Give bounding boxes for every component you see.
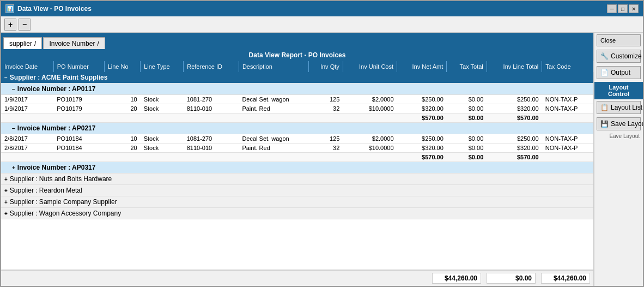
table-row: 2/8/2017 PO10184 10 Stock 1081-270 Decal…	[1, 134, 593, 144]
output-button[interactable]: 📄 Output	[597, 66, 641, 79]
col-invoice-date: Invoice Date	[1, 61, 53, 72]
close-button[interactable]: Close	[597, 34, 641, 46]
window-title: Data View - PO Invoices	[17, 5, 92, 13]
add-button[interactable]: +	[4, 19, 16, 31]
minimize-button[interactable]: ─	[607, 4, 617, 13]
customize-icon: 🔧	[600, 52, 609, 60]
table-container[interactable]: Invoice Date PO Number Line No Line Type…	[1, 61, 593, 270]
supplier-expand-btn[interactable]: +	[4, 188, 8, 194]
close-window-button[interactable]: ✕	[629, 4, 639, 13]
layout-control-header: Layout Control	[594, 82, 643, 99]
table-row: 1/9/2017 PO10179 10 Stock 1081-270 Decal…	[1, 95, 593, 104]
invoice-expand-btn[interactable]: −	[12, 125, 15, 131]
save-layout-icon: 💾	[600, 120, 609, 128]
invoice-number-tab[interactable]: Invoice Number /	[43, 37, 105, 49]
subtotal-row: $570.00 $0.00 $570.00	[1, 153, 593, 162]
group-tabs: supplier / Invoice Number /	[1, 33, 593, 49]
table-row: 1/9/2017 PO10179 20 Stock 8110-010 Paint…	[1, 104, 593, 113]
right-panel: Close 🔧 Customize 📄 Output Layout Contro…	[594, 33, 643, 286]
invoice-group-row[interactable]: −Invoice Number : AP0117	[1, 83, 593, 95]
layout-list-icon: 📋	[600, 104, 609, 111]
report-header: Data View Report - PO Invoices	[1, 49, 593, 61]
invoice-expand-btn[interactable]: −	[12, 86, 15, 92]
maximize-button[interactable]: □	[618, 4, 628, 13]
window-icon: 📊	[5, 4, 14, 13]
supplier-expand-btn[interactable]: +	[4, 199, 8, 205]
supplier-group-row[interactable]: −Supplier : ACME Paint Supplies	[1, 72, 593, 83]
subtotal-row: $570.00 $0.00 $570.00	[1, 113, 593, 123]
invoice-group-row[interactable]: +Invoice Number : AP0317	[1, 162, 593, 174]
toolbar: + −	[1, 16, 643, 33]
output-icon: 📄	[600, 69, 609, 76]
col-description: Description	[239, 61, 308, 72]
col-tax-total: Tax Total	[447, 61, 487, 72]
col-inv-line-total: Inv Line Total	[487, 61, 542, 72]
main-window: 📊 Data View - PO Invoices ─ □ ✕ + − supp…	[0, 0, 644, 287]
customize-button[interactable]: 🔧 Customize	[597, 50, 641, 63]
table-row: 2/8/2017 PO10184 20 Stock 8110-010 Paint…	[1, 144, 593, 153]
table-row[interactable]: +Supplier : Nuts and Bolts Hardware	[1, 174, 593, 185]
col-inv-qty: Inv Qty	[309, 61, 343, 72]
col-reference-id: Reference ID	[184, 61, 239, 72]
col-inv-net-amt: Inv Net Amt	[397, 61, 447, 72]
eave-layout-label: Eave Layout	[594, 132, 643, 140]
title-bar: 📊 Data View - PO Invoices ─ □ ✕	[1, 1, 643, 16]
col-line-no: Line No	[104, 61, 141, 72]
col-tax-code: Tax Code	[542, 61, 593, 72]
total-tax: $0.00	[487, 273, 536, 284]
total-footer: $44,260.00 $0.00 $44,260.00	[1, 270, 593, 286]
layout-list-button[interactable]: 📋 Layout List	[597, 101, 641, 114]
total-net-amt: $44,260.00	[432, 273, 481, 284]
table-row[interactable]: +Supplier : Wagon Accessory Company	[1, 208, 593, 219]
supplier-expand-btn[interactable]: +	[4, 176, 8, 182]
col-line-type: Line Type	[141, 61, 184, 72]
col-inv-unit-cost: Inv Unit Cost	[343, 61, 397, 72]
col-po-number: PO Number	[53, 61, 104, 72]
table-header-row: Invoice Date PO Number Line No Line Type…	[1, 61, 593, 72]
supplier-expand-btn[interactable]: −	[4, 75, 8, 81]
data-table: Invoice Date PO Number Line No Line Type…	[1, 61, 593, 219]
table-row[interactable]: +Supplier : Sample Company Supplier	[1, 196, 593, 208]
total-line-total: $44,260.00	[541, 273, 590, 284]
save-layout-button[interactable]: 💾 Save Layout	[597, 117, 641, 130]
remove-button[interactable]: −	[19, 19, 31, 31]
supplier-tab[interactable]: supplier /	[3, 37, 42, 49]
table-row[interactable]: +Supplier : Reardon Metal	[1, 185, 593, 196]
invoice-group-row[interactable]: −Invoice Number : AP0217	[1, 123, 593, 134]
supplier-expand-btn[interactable]: +	[4, 211, 8, 217]
invoice-expand-btn[interactable]: +	[12, 165, 15, 171]
